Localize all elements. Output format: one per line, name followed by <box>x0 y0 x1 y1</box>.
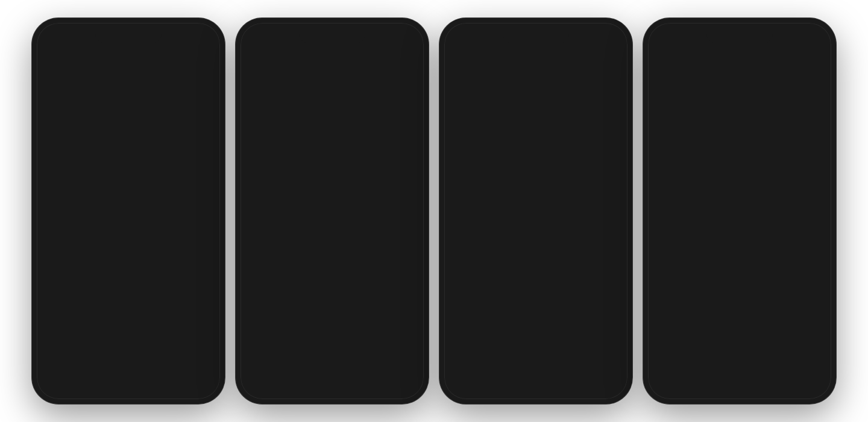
k3-f[interactable]: f <box>509 285 525 309</box>
k4-y[interactable]: y <box>741 247 756 271</box>
back-button-4[interactable]: ‹ Apple ID <box>654 50 696 61</box>
k4-k[interactable]: k <box>790 274 806 298</box>
k3-a[interactable]: a <box>451 285 467 309</box>
k4-r[interactable]: r <box>705 247 720 271</box>
k3-g[interactable]: g <box>528 285 544 309</box>
k3-s[interactable]: s <box>470 285 486 309</box>
passwords-bar-1[interactable]: 🔑 Passwords <box>44 212 213 232</box>
password-field-1[interactable]: Password i <box>46 144 210 171</box>
key-k[interactable]: k <box>178 265 195 289</box>
passwords-bar-3[interactable]: 🔑 Passwords <box>451 232 620 252</box>
k3-b[interactable]: b <box>547 312 562 336</box>
key-r[interactable]: r <box>93 238 108 262</box>
k3-emoji[interactable]: ☺ <box>472 339 488 364</box>
k4-q[interactable]: q <box>650 247 665 271</box>
key-q[interactable]: q <box>39 238 54 262</box>
key-e[interactable]: e <box>75 238 90 262</box>
k3-y[interactable]: y <box>538 258 553 282</box>
key-return[interactable]: return <box>154 320 200 344</box>
key-o[interactable]: o <box>184 238 200 262</box>
k4-c[interactable]: c <box>713 301 729 326</box>
k4-z[interactable]: z <box>676 301 692 326</box>
key-n[interactable]: n <box>158 292 174 316</box>
key-f[interactable]: f <box>101 265 118 289</box>
k3-mic[interactable]: 🎤 <box>607 339 623 364</box>
k3-u[interactable]: u <box>556 258 571 282</box>
k3-delete[interactable]: ⌫ <box>602 312 625 336</box>
k3-123[interactable]: 123 <box>449 339 472 364</box>
k4-delete[interactable]: ⌫ <box>806 301 829 326</box>
passwords-bar-4[interactable]: 🔑 Passwords <box>655 221 824 241</box>
login-button-1[interactable]: Log in <box>159 183 210 203</box>
key-x[interactable]: x <box>84 292 99 316</box>
k3-v[interactable]: v <box>528 312 544 336</box>
reveal-password-3[interactable]: Reveal password <box>444 178 627 195</box>
k4-u[interactable]: u <box>760 247 775 271</box>
modal-password-input[interactable]: Password ? <box>673 140 807 162</box>
modal-cancel-btn[interactable]: Cancel <box>664 167 740 192</box>
more-button-1[interactable]: ••• <box>197 54 210 67</box>
key-delete[interactable]: ⌫ <box>195 292 218 316</box>
k3-space[interactable]: space <box>487 339 561 364</box>
k4-x[interactable]: x <box>695 301 711 326</box>
cancel-button-3[interactable]: Cancel <box>588 91 618 102</box>
k3-o[interactable]: o <box>592 258 607 282</box>
k4-t[interactable]: t <box>723 247 738 271</box>
k4-emoji[interactable]: ☺ <box>676 329 691 353</box>
k4-b[interactable]: b <box>750 301 766 326</box>
k3-w[interactable]: w <box>465 258 480 282</box>
forgot-password-3[interactable]: Forgot password? <box>454 208 521 218</box>
key-b[interactable]: b <box>139 292 155 316</box>
notification-banner[interactable]: 1P 1PASSWORD One-Time Password Copied to… <box>449 49 623 84</box>
k4-n[interactable]: n <box>769 301 785 326</box>
k4-e[interactable]: e <box>687 247 702 271</box>
key-emoji[interactable]: ☺ <box>64 320 80 344</box>
modal-signin-btn[interactable]: Sign In <box>740 167 816 192</box>
key-d[interactable]: d <box>82 265 98 289</box>
k4-j[interactable]: j <box>770 274 787 298</box>
key-w[interactable]: w <box>57 238 72 262</box>
login-button-3[interactable]: Log in <box>567 203 618 222</box>
k3-j[interactable]: j <box>567 285 583 309</box>
k3-k[interactable]: k <box>586 285 602 309</box>
apple-id-input[interactable]: Apple ID <box>673 116 807 136</box>
key-v[interactable]: v <box>121 292 136 316</box>
k4-at[interactable]: @ <box>749 329 765 353</box>
k3-e[interactable]: e <box>483 258 498 282</box>
password-field-3[interactable]: ●●●●●●●●●●●●●●●● i <box>454 150 618 176</box>
forgot-password-1[interactable]: Forgot password? <box>46 188 114 198</box>
k4-return[interactable]: return <box>780 329 826 353</box>
k4-a[interactable]: a <box>655 274 671 298</box>
k4-h[interactable]: h <box>751 274 767 298</box>
key-g[interactable]: g <box>121 265 137 289</box>
key-t[interactable]: t <box>112 238 127 262</box>
k4-w[interactable]: w <box>668 247 684 271</box>
key-i[interactable]: i <box>166 238 181 262</box>
cancel-button-1[interactable]: Cancel <box>46 55 77 66</box>
key-space[interactable]: space <box>80 320 154 344</box>
k4-o[interactable]: o <box>796 247 811 271</box>
key-123[interactable]: 123 <box>42 320 64 344</box>
key-m[interactable]: m <box>176 292 192 316</box>
key-a[interactable]: a <box>43 265 60 289</box>
k4-m[interactable]: m <box>787 301 803 326</box>
k4-space[interactable]: space <box>691 329 749 353</box>
k3-n[interactable]: n <box>565 312 581 336</box>
k4-l[interactable]: l <box>809 274 825 298</box>
key-p[interactable]: p <box>203 238 218 262</box>
key-z[interactable]: z <box>65 292 81 316</box>
k3-c[interactable]: c <box>509 312 525 336</box>
k3-r[interactable]: r <box>501 258 516 282</box>
key-shift[interactable]: ⇧ <box>39 292 62 316</box>
key-j[interactable]: j <box>159 265 175 289</box>
k3-d[interactable]: d <box>489 285 506 309</box>
face-id-icon[interactable] <box>308 230 356 281</box>
k3-return[interactable]: return <box>562 339 608 364</box>
key-l[interactable]: l <box>198 265 214 289</box>
k4-f[interactable]: f <box>712 274 729 298</box>
key-u[interactable]: u <box>148 238 163 262</box>
key-s[interactable]: s <box>63 265 79 289</box>
k3-h[interactable]: h <box>547 285 564 309</box>
k3-i[interactable]: i <box>574 258 589 282</box>
k3-p[interactable]: p <box>610 258 625 282</box>
